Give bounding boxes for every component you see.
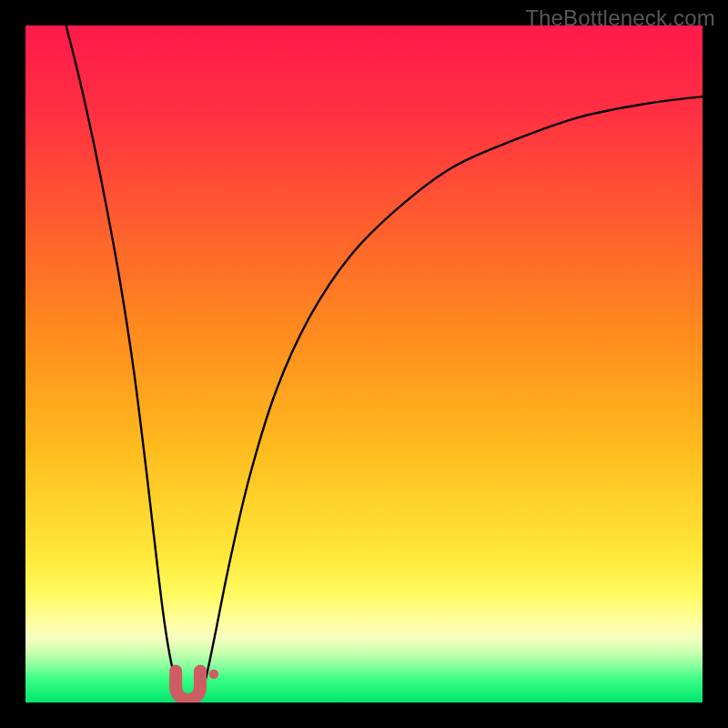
markers-group bbox=[176, 670, 218, 700]
plot-area bbox=[25, 25, 703, 703]
chart-frame: TheBottleneck.com bbox=[0, 0, 728, 728]
watermark-text: TheBottleneck.com bbox=[525, 5, 715, 31]
curve-layer bbox=[25, 25, 703, 703]
marker-dot bbox=[209, 670, 218, 679]
curve-right-branch bbox=[198, 96, 703, 699]
curve-left-branch bbox=[66, 25, 185, 699]
marker-u bbox=[176, 672, 200, 700]
